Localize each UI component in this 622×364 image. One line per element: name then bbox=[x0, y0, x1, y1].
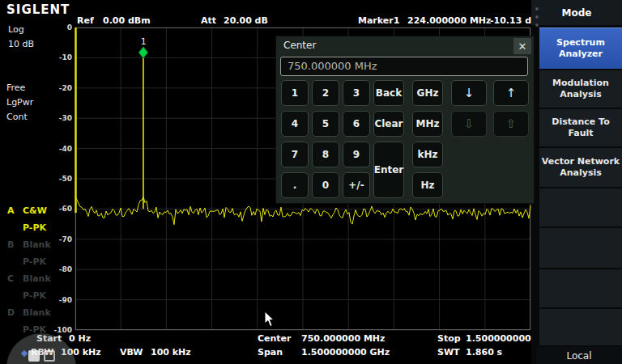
key-dot[interactable]: . bbox=[281, 172, 309, 198]
launcher-grid-icon bbox=[28, 350, 40, 362]
trace-d-type: Blank bbox=[23, 307, 51, 318]
marker-frequency: 224.000000 MHz bbox=[407, 15, 491, 26]
trigger-cont-label: Cont bbox=[6, 112, 28, 122]
mouse-cursor bbox=[264, 311, 275, 328]
key-unit-ghz[interactable]: GHz bbox=[412, 80, 443, 106]
key-7[interactable]: 7 bbox=[281, 142, 309, 167]
center-value: 750.000000 MHz bbox=[301, 333, 385, 344]
sidebar-item-spectrum-analyzer[interactable]: Spectrum Analyzer bbox=[539, 28, 622, 69]
menu-drag-handle-icon[interactable] bbox=[535, 7, 539, 27]
trace-b-detector: P-PK bbox=[23, 256, 46, 267]
svg-text:-60: -60 bbox=[59, 205, 72, 213]
vbw-label: VBW bbox=[120, 347, 143, 358]
att-label: Att bbox=[201, 15, 216, 26]
scale-div-label: 10 dB bbox=[8, 39, 34, 49]
key-3[interactable]: 3 bbox=[343, 80, 370, 106]
key-unit-khz[interactable]: kHz bbox=[412, 142, 443, 167]
svg-text:-50: -50 bbox=[59, 175, 72, 183]
key-unit-mhz[interactable]: MHz bbox=[412, 111, 443, 137]
swt-value: 1.860 s bbox=[466, 347, 502, 358]
coarse-down-button[interactable]: ⇩ bbox=[451, 111, 487, 137]
center-frequency-input[interactable]: 750.000000 MHz bbox=[280, 57, 528, 76]
key-plusminus[interactable]: +/- bbox=[343, 172, 370, 198]
svg-text:-10: -10 bbox=[59, 53, 72, 61]
svg-text:-30: -30 bbox=[59, 114, 72, 122]
softkey-menu: Mode Spectrum Analyzer Modulation Analys… bbox=[531, 0, 622, 364]
marker-label: Marker1 bbox=[358, 15, 399, 26]
trigger-lgpwr-label: LgPwr bbox=[6, 97, 33, 108]
sidebar-item-empty bbox=[539, 309, 622, 345]
spectrum-analyzer-screen: 0-10-20-30-40-50-60-70-80-90-1001 SIGLEN… bbox=[0, 0, 622, 364]
span-value: 1.500000000 GHz bbox=[301, 347, 390, 358]
trace-a-id: A bbox=[7, 205, 15, 216]
stop-label: Stop bbox=[437, 333, 461, 344]
key-5[interactable]: 5 bbox=[312, 111, 339, 137]
ref-label: Ref bbox=[77, 15, 94, 26]
ref-value: 0.00 dBm bbox=[103, 15, 151, 26]
start-value: 0 Hz bbox=[69, 333, 91, 344]
trace-b-id: B bbox=[7, 239, 14, 250]
siglent-logo: SIGLENT bbox=[6, 2, 70, 17]
span-label: Span bbox=[258, 347, 283, 358]
scale-type-label: Log bbox=[8, 24, 24, 35]
key-clear[interactable]: Clear bbox=[373, 111, 404, 137]
trace-c-detector: P-PK bbox=[23, 290, 46, 301]
key-9[interactable]: 9 bbox=[343, 142, 370, 167]
key-2[interactable]: 2 bbox=[312, 80, 339, 106]
key-1[interactable]: 1 bbox=[281, 80, 309, 106]
svg-text:-90: -90 bbox=[59, 296, 72, 304]
att-value: 20.00 dB bbox=[224, 15, 268, 26]
vbw-value: 100 kHz bbox=[151, 347, 191, 358]
sidebar-item-modulation-analysis[interactable]: Modulation Analysis bbox=[539, 70, 622, 108]
step-up-button[interactable]: ↑ bbox=[493, 80, 529, 106]
swt-label: SWT bbox=[437, 347, 460, 358]
trace-d-id: D bbox=[7, 307, 15, 318]
launcher-grid-icon bbox=[44, 350, 55, 362]
sidebar-item-empty bbox=[539, 188, 622, 226]
key-unit-hz[interactable]: Hz bbox=[412, 172, 443, 198]
sidebar-item-distance-to-fault[interactable]: Distance To Fault bbox=[539, 109, 622, 146]
center-label: Center bbox=[258, 333, 292, 344]
key-6[interactable]: 6 bbox=[343, 111, 370, 137]
local-button[interactable]: Local bbox=[536, 347, 622, 364]
sidebar-item-empty bbox=[539, 269, 622, 307]
dialog-title: Center bbox=[283, 40, 316, 51]
menu-title: Mode bbox=[531, 0, 622, 25]
svg-text:0: 0 bbox=[67, 23, 72, 32]
coarse-up-button[interactable]: ⇧ bbox=[493, 111, 529, 137]
svg-text:-40: -40 bbox=[59, 145, 72, 153]
sidebar-item-vector-network-analysis[interactable]: Vector Network Analysis bbox=[539, 148, 622, 187]
svg-text:-70: -70 bbox=[59, 235, 72, 243]
trigger-free-label: Free bbox=[6, 83, 25, 93]
trace-b-type: Blank bbox=[23, 239, 51, 250]
trace-a-type: C&W bbox=[23, 205, 47, 216]
trace-c-id: C bbox=[7, 273, 14, 284]
trace-c-type: Blank bbox=[23, 273, 51, 284]
close-icon[interactable]: ✕ bbox=[513, 38, 531, 54]
svg-text:-20: -20 bbox=[59, 84, 72, 92]
key-0[interactable]: 0 bbox=[312, 172, 339, 198]
svg-text:1: 1 bbox=[141, 37, 146, 46]
key-4[interactable]: 4 bbox=[281, 111, 309, 137]
center-frequency-dialog: Center ✕ 750.000000 MHz 1 2 3 Back GHz ↓… bbox=[275, 36, 535, 204]
key-back[interactable]: Back bbox=[373, 80, 404, 106]
svg-text:-80: -80 bbox=[59, 265, 72, 273]
key-enter[interactable]: Enter bbox=[373, 142, 404, 198]
step-down-button[interactable]: ↓ bbox=[451, 80, 487, 106]
sidebar-item-empty bbox=[539, 228, 622, 268]
key-8[interactable]: 8 bbox=[312, 142, 339, 167]
trace-a-detector: P-PK bbox=[23, 222, 46, 233]
